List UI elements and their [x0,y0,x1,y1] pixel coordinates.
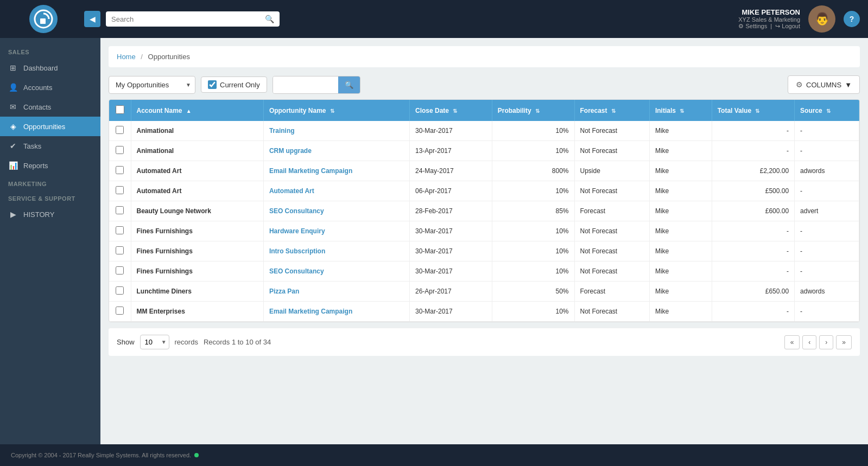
cell-checkbox[interactable] [109,201,131,221]
cell-forecast: Forecast [574,282,649,302]
top-navbar: ◀ 🔍 MIKE PETERSON XYZ Sales & Marketing … [0,0,868,38]
cell-total-value: £2,200.00 [712,161,794,181]
cell-opportunity-name[interactable]: Automated Art [263,181,409,201]
cell-initials: Mike [649,282,712,302]
cell-initials: Mike [649,121,712,141]
sidebar-label-opportunities: Opportunities [23,123,65,131]
logo-area [8,5,79,33]
th-probability[interactable]: Probability ⇅ [492,100,574,121]
filter-dropdown[interactable]: My Opportunities All Opportunities Open … [109,76,195,94]
table-row: Fines Furnishings Intro Subscription 30-… [109,241,859,261]
row-checkbox[interactable] [116,146,124,154]
cell-initials: Mike [649,201,712,221]
cell-checkbox[interactable] [109,282,131,302]
cell-opportunity-name[interactable]: Email Marketing Campaign [263,302,409,322]
table-row: Fines Furnishings Hardware Enquiry 30-Ma… [109,221,859,241]
sort-icon: ⇅ [330,108,334,114]
cell-initials: Mike [649,261,712,282]
row-checkbox[interactable] [116,266,124,275]
sidebar-item-contacts[interactable]: ✉ Contacts [0,97,100,117]
cell-checkbox[interactable] [109,161,131,181]
show-select-wrap[interactable]: 10 25 50 100 ▼ [140,335,169,349]
cell-total-value: £500.00 [712,181,794,201]
cell-opportunity-name[interactable]: Training [263,121,409,141]
sidebar-item-opportunities[interactable]: ◈ Opportunities [0,117,100,136]
pagination-prev-button[interactable]: ‹ [802,335,816,349]
cell-opportunity-name[interactable]: SEO Consultancy [263,261,409,282]
filter-select[interactable]: My Opportunities All Opportunities Open … [109,76,195,94]
accounts-icon: 👤 [8,83,18,92]
cell-source: adwords [795,161,859,181]
row-checkbox[interactable] [116,286,124,295]
cell-total-value: - [712,221,794,241]
current-only-checkbox[interactable] [208,80,217,89]
cell-checkbox[interactable] [109,261,131,282]
sidebar-item-dashboard[interactable]: ⊞ Dashboard [0,58,100,78]
sidebar-item-history[interactable]: ▶ HISTORY [0,205,100,224]
cell-opportunity-name[interactable]: SEO Consultancy [263,201,409,221]
row-checkbox[interactable] [116,206,124,214]
row-checkbox[interactable] [116,126,124,134]
row-checkbox[interactable] [116,186,124,194]
search-icon[interactable]: 🔍 [265,15,274,23]
pagination-last-button[interactable]: » [836,335,852,349]
th-opportunity-name[interactable]: Opportunity Name ⇅ [263,100,409,121]
cell-forecast: Not Forecast [574,302,649,322]
cell-account-name: Fines Furnishings [131,261,263,282]
current-only-toggle[interactable]: Current Only [201,76,267,93]
sidebar-item-tasks[interactable]: ✔ Tasks [0,136,100,156]
user-company: XYZ Sales & Marketing [738,16,800,23]
cell-source: - [795,302,859,322]
show-select[interactable]: 10 25 50 100 [140,335,169,349]
cell-checkbox[interactable] [109,241,131,261]
cell-source: advert [795,201,859,221]
cell-checkbox[interactable] [109,181,131,201]
select-all-checkbox[interactable] [116,105,124,114]
search-bar: 🔍 [106,11,280,27]
cell-close-date: 30-Mar-2017 [409,121,492,141]
columns-button[interactable]: ⚙ COLUMNS ▼ [788,75,860,94]
cell-checkbox[interactable] [109,302,131,322]
filter-search-input[interactable] [273,76,338,93]
nav-back-button[interactable]: ◀ [84,11,100,27]
cell-total-value: - [712,261,794,282]
pagination-first-button[interactable]: « [784,335,800,349]
row-checkbox[interactable] [116,307,124,315]
cell-forecast: Not Forecast [574,261,649,282]
th-total-value[interactable]: Total Value ⇅ [712,100,794,121]
cell-probability: 10% [492,181,574,201]
sidebar-item-accounts[interactable]: 👤 Accounts [0,78,100,97]
cell-opportunity-name[interactable]: CRM upgrade [263,141,409,161]
sidebar-section-sales: SALES [0,43,100,58]
row-checkbox[interactable] [116,166,124,174]
row-checkbox[interactable] [116,226,124,234]
th-source[interactable]: Source ⇅ [795,100,859,121]
cell-forecast: Not Forecast [574,221,649,241]
cell-opportunity-name[interactable]: Email Marketing Campaign [263,161,409,181]
pagination-next-button[interactable]: › [819,335,833,349]
logout-link[interactable]: Logout [782,23,800,29]
cell-checkbox[interactable] [109,141,131,161]
th-checkbox[interactable] [109,100,131,121]
cell-total-value: - [712,302,794,322]
search-input[interactable] [111,15,261,23]
settings-link[interactable]: Settings [745,23,767,29]
breadcrumb-home[interactable]: Home [117,53,136,61]
row-checkbox[interactable] [116,246,124,254]
table-row: Automated Art Automated Art 06-Apr-2017 … [109,181,859,201]
cell-opportunity-name[interactable]: Pizza Pan [263,282,409,302]
th-initials[interactable]: Initials ⇅ [649,100,712,121]
sidebar-item-reports[interactable]: 📊 Reports [0,156,100,175]
cell-probability: 10% [492,121,574,141]
filter-search-button[interactable]: 🔍 [338,76,360,93]
table-row: Animational Training 30-Mar-2017 10% Not… [109,121,859,141]
cell-opportunity-name[interactable]: Hardware Enquiry [263,221,409,241]
th-forecast[interactable]: Forecast ⇅ [574,100,649,121]
cell-checkbox[interactable] [109,121,131,141]
breadcrumb-separator: / [141,53,143,61]
cell-opportunity-name[interactable]: Intro Subscription [263,241,409,261]
th-close-date[interactable]: Close Date ⇅ [409,100,492,121]
cell-checkbox[interactable] [109,221,131,241]
help-button[interactable]: ? [844,11,860,27]
th-account-name[interactable]: Account Name ▲ [131,100,263,121]
